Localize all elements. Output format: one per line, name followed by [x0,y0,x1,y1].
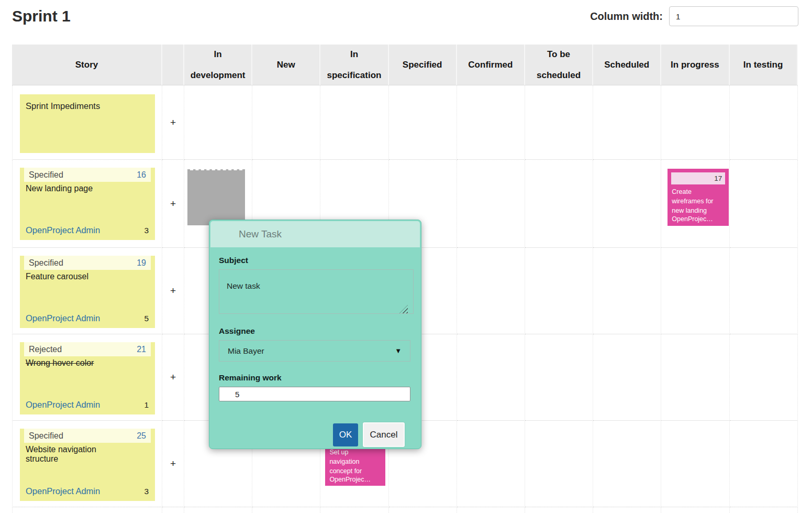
board-cell [661,507,729,513]
story-card-new-landing-page[interactable]: Specified 16 New landing page OpenProjec… [20,168,155,240]
story-effort: 5 [144,314,149,323]
assignee-link[interactable]: OpenProject Admin [26,225,100,235]
board-cell: 17 Create wireframes for new landing Ope… [661,160,729,248]
board-cell [389,85,457,160]
board-cell [730,421,798,507]
assignee-select[interactable]: Mia Bayer ▼ [219,340,410,362]
story-id-link[interactable]: 16 [137,170,146,180]
board-cell [593,507,661,513]
board-cell [730,507,798,513]
board-cell [252,507,320,513]
board-cell [162,507,184,513]
column-header-in-testing: In testing [730,45,798,85]
story-id-link[interactable]: 21 [137,345,146,354]
board-cell [525,160,593,248]
board-cell [184,507,252,513]
cancel-button[interactable]: Cancel [363,422,405,447]
story-effort: 3 [144,487,149,496]
assignee-link[interactable]: OpenProject Admin [26,313,100,323]
board-cell [730,248,798,334]
board-cell [525,507,593,513]
add-task-button[interactable]: + [170,198,176,210]
add-task-button[interactable]: + [170,458,176,470]
story-id-link[interactable]: 19 [137,258,146,268]
modal-header[interactable]: New Task [210,221,420,247]
column-header-in-development: In development [184,45,252,85]
column-header-in-progress: In progress [661,45,729,85]
subject-textarea[interactable]: New task [219,269,414,314]
board-cell [525,85,593,160]
story-card-feature-carousel[interactable]: Specified 19 Feature carousel OpenProjec… [20,256,155,328]
column-header-specified: Specified [389,45,457,85]
task-title: Set up navigation concept for [325,447,376,476]
new-task-modal: New Task Subject New task Assignee Mia B… [209,220,421,449]
board-cell [457,334,525,421]
story-id-link[interactable]: 25 [137,431,146,441]
board-cell [593,421,661,507]
board-cell [593,160,661,248]
board-cell [730,160,798,248]
board-cell [593,334,661,421]
add-task-button[interactable]: + [170,285,176,297]
story-status: Specified [29,258,63,268]
column-header-add [162,45,184,85]
story-card-impediments[interactable]: Sprint Impediments [20,94,155,153]
board-cell [457,421,525,507]
ok-button[interactable]: OK [333,423,358,446]
remaining-work-label: Remaining work [219,373,409,383]
board-cell [525,248,593,334]
board-cell [12,507,162,513]
story-card-header: Specified 19 [24,256,151,270]
column-header-scheduled: Scheduled [593,45,661,85]
add-task-cell: + [162,334,184,421]
board-cell [525,421,593,507]
board-cell [252,85,320,160]
board-cell [320,507,388,513]
story-cell: Specified 19 Feature carousel OpenProjec… [12,248,162,334]
story-cell: Rejected 21 Wrong hover color OpenProjec… [12,334,162,421]
story-cell: Sprint Impediments [12,85,162,160]
assignee-selected-value: Mia Bayer [228,346,264,356]
board-cell [661,334,729,421]
task-card-wireframes[interactable]: 17 Create wireframes for new landing Ope… [668,169,729,226]
add-task-button[interactable]: + [170,372,176,383]
add-task-cell: + [162,160,184,248]
add-task-cell: + [162,85,184,160]
add-task-button[interactable]: + [170,117,176,128]
assignee-link[interactable]: OpenProject Admin [26,486,100,496]
remaining-work-input[interactable] [219,387,410,401]
assignee-link[interactable]: OpenProject Admin [26,400,100,410]
ghost-card-line [190,169,242,170]
story-effort: 1 [144,400,149,410]
task-card-header: 17 [671,172,725,184]
board-cell [661,421,729,507]
column-header-confirmed: Confirmed [457,45,525,85]
board-cell [730,334,798,421]
board-cell [525,334,593,421]
story-status: Rejected [29,345,62,354]
story-card-wrong-hover-color[interactable]: Rejected 21 Wrong hover color OpenProjec… [20,342,155,414]
add-task-cell: + [162,421,184,507]
ghost-card[interactable] [187,169,245,225]
story-card-header: Specified 16 [24,168,151,182]
story-title: Sprint Impediments [20,94,155,111]
modal-title: New Task [210,228,282,240]
column-width-input[interactable] [669,6,798,26]
story-cell: Specified 25 Website navigation structur… [12,421,162,507]
column-header-story: Story [12,45,162,85]
story-card-header: Specified 25 [24,429,151,443]
story-title: New landing page [26,184,130,193]
story-status: Specified [29,431,63,441]
column-header-new: New [252,45,320,85]
story-card-website-navigation[interactable]: Specified 25 Website navigation structur… [20,429,155,501]
board-cell [661,85,729,160]
page-title: Sprint 1 [12,7,71,25]
story-title: Wrong hover color [26,358,130,368]
task-id-link[interactable]: 17 [714,174,722,182]
story-status: Specified [29,170,63,180]
board-cell [730,85,798,160]
task-assignee: OpenProjec… [668,215,729,226]
board-cell [457,160,525,248]
column-width-label: Column width: [590,10,663,23]
story-cell: Specified 16 New landing page OpenProjec… [12,160,162,248]
